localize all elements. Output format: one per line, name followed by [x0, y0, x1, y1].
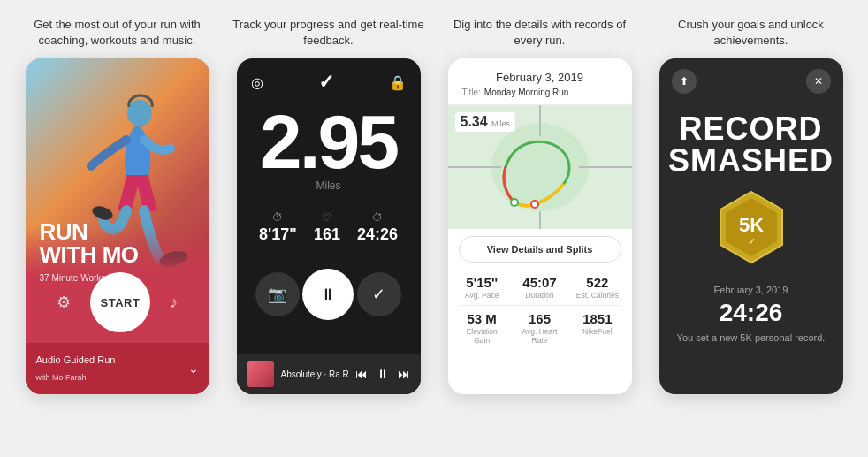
pause-button[interactable]: ⏸	[302, 269, 354, 320]
run-title-value: Monday Morning Run	[484, 88, 569, 97]
next-icon[interactable]: ⏭	[398, 367, 410, 381]
heart-rate-label: Avg. Heart Rate	[516, 327, 563, 345]
music-bar: Absolutely · Ra Ra Riot ⏮ ⏸ ⏭	[237, 354, 421, 394]
app-showcase: Get the most out of your run with coachi…	[0, 0, 868, 457]
duration-value: 45:07	[516, 275, 563, 290]
screen1-frame: RUNWITH MO 37 Minute Workout ⚙ START ♪ A…	[26, 58, 209, 394]
svg-point-8	[532, 202, 537, 207]
album-art	[247, 361, 274, 387]
screen4-wrapper: Crush your goals and unlock achievements…	[650, 16, 852, 394]
duration-label: Duration	[516, 291, 563, 300]
location-icon: ◎	[251, 74, 263, 91]
gear-icon[interactable]: ⚙	[57, 293, 71, 312]
heart-icon: ♡	[314, 211, 340, 224]
screen3-caption: Dig into the details with records of eve…	[438, 16, 641, 50]
music-controls[interactable]: ⏮ ⏸ ⏭	[355, 367, 410, 381]
avg-pace-label: Avg. Pace	[459, 291, 506, 300]
screen1-caption: Get the most out of your run with coachi…	[16, 16, 218, 50]
prev-icon[interactable]: ⏮	[355, 367, 368, 381]
screen4-content: ⬆ ✕ RECORD SMASHED 5K ✓	[659, 58, 843, 394]
achievement-badge: 5K ✓	[712, 187, 791, 270]
map-distance-value: 5.34	[461, 114, 488, 129]
run-stats-row2: 53 M Elevation Gain 165 Avg. Heart Rate …	[448, 306, 632, 350]
screen3-content: February 3, 2019 Title: Monday Morning R…	[448, 58, 632, 394]
distance-value: 2.95	[237, 108, 421, 176]
distance-display: 2.95 Miles	[237, 101, 421, 194]
share-button[interactable]: ⬆	[672, 69, 697, 94]
screen1-bottom-text: Audio Guided Run	[36, 354, 116, 367]
record-date: February 3, 2019	[714, 285, 788, 295]
elevation-value: 53 M	[459, 311, 506, 326]
record-title-line1: RECORD	[679, 110, 822, 147]
time-stat: ⏱ 24:26	[357, 211, 398, 244]
heart-stat: ♡ 161	[314, 211, 340, 244]
screen2-header: ◎ ✓ 🔒	[237, 58, 421, 101]
nikefuel-stat: 1851 NikeFuel	[570, 306, 624, 350]
record-time: 24:26	[720, 299, 783, 327]
screen2-caption: Track your progress and get real-time fe…	[227, 16, 430, 50]
run-controls: 📷 ⏸ ✓	[237, 255, 421, 334]
screen2-wrapper: Track your progress and get real-time fe…	[227, 16, 430, 394]
pace-stat: ⏱ 8'17"	[259, 211, 297, 244]
run-stats: ⏱ 8'17" ♡ 161 ⏱ 24:26	[237, 201, 421, 255]
run-title-row: Title: Monday Morning Run	[459, 88, 621, 97]
duration-stat: 45:07 Duration	[513, 270, 567, 305]
screen2-content: ◎ ✓ 🔒 2.95 Miles ⏱ 8'17" ♡ 161	[237, 58, 421, 394]
heart-value: 161	[314, 225, 340, 244]
svg-text:5K: 5K	[738, 214, 763, 236]
run-map: 5.34 Miles	[448, 105, 632, 229]
calories-label: Est. Calories	[574, 291, 621, 300]
time-icon: ⏱	[357, 211, 398, 224]
music-icon[interactable]: ♪	[170, 293, 178, 312]
heart-rate-value: 165	[516, 311, 563, 326]
title-label: Title:	[462, 88, 481, 97]
screen3-wrapper: Dig into the details with records of eve…	[438, 16, 641, 394]
record-description: You set a new 5K personal record.	[659, 332, 843, 343]
start-button[interactable]: START	[90, 272, 150, 332]
pace-value: 8'17"	[259, 225, 297, 244]
screen4-top-bar: ⬆ ✕	[659, 58, 843, 104]
run-detail-header: February 3, 2019 Title: Monday Morning R…	[448, 58, 632, 105]
screen1-content: RUNWITH MO 37 Minute Workout ⚙ START ♪ A…	[26, 58, 209, 394]
avg-pace-stat: 5'15'' Avg. Pace	[455, 270, 509, 305]
screen1-controls: ⚙ START ♪	[26, 272, 209, 332]
record-title-line2: SMASHED	[668, 142, 834, 179]
screen1-sub-text: with Mo Farah	[36, 373, 87, 382]
screen2-frame: ◎ ✓ 🔒 2.95 Miles ⏱ 8'17" ♡ 161	[237, 58, 421, 394]
screen4-caption: Crush your goals and unlock achievements…	[650, 16, 852, 50]
elevation-label: Elevation Gain	[459, 327, 506, 345]
svg-text:✓: ✓	[747, 236, 755, 247]
svg-point-0	[127, 100, 152, 126]
nike-logo: ✓	[318, 71, 333, 94]
screen1-wrapper: Get the most out of your run with coachi…	[16, 16, 218, 394]
map-distance-unit: Miles	[491, 119, 510, 128]
star-button[interactable]: ✓	[357, 272, 401, 316]
screen1-bottom-bar: Audio Guided Run with Mo Farah ⌄	[26, 343, 209, 394]
avg-pace-value: 5'15''	[459, 275, 506, 290]
time-value: 24:26	[357, 225, 398, 244]
pace-icon: ⏱	[259, 211, 297, 224]
calories-value: 522	[574, 275, 621, 290]
camera-button[interactable]: 📷	[255, 272, 300, 316]
play-icon[interactable]: ⏸	[377, 367, 389, 381]
record-title: RECORD SMASHED	[668, 113, 834, 177]
screen3-frame: February 3, 2019 Title: Monday Morning R…	[448, 58, 632, 394]
heart-rate-stat: 165 Avg. Heart Rate	[513, 306, 567, 350]
lock-icon: 🔒	[389, 74, 407, 91]
view-details-button[interactable]: View Details and Splits	[459, 236, 621, 263]
close-button[interactable]: ✕	[806, 69, 831, 94]
song-title: Absolutely · Ra Ra Riot	[281, 369, 348, 379]
screen1-title: RUNWITH MO	[40, 220, 139, 266]
nikefuel-value: 1851	[574, 311, 621, 326]
nikefuel-label: NikeFuel	[574, 327, 621, 336]
run-date: February 3, 2019	[459, 71, 621, 84]
screen4-frame: ⬆ ✕ RECORD SMASHED 5K ✓	[659, 58, 843, 394]
run-stats-row1: 5'15'' Avg. Pace 45:07 Duration 522 Est.…	[448, 270, 632, 305]
chevron-down-icon[interactable]: ⌄	[188, 362, 199, 376]
elevation-stat: 53 M Elevation Gain	[455, 306, 509, 350]
svg-point-6	[512, 200, 517, 205]
calories-stat: 522 Est. Calories	[570, 270, 624, 305]
map-distance-overlay: 5.34 Miles	[455, 112, 516, 132]
